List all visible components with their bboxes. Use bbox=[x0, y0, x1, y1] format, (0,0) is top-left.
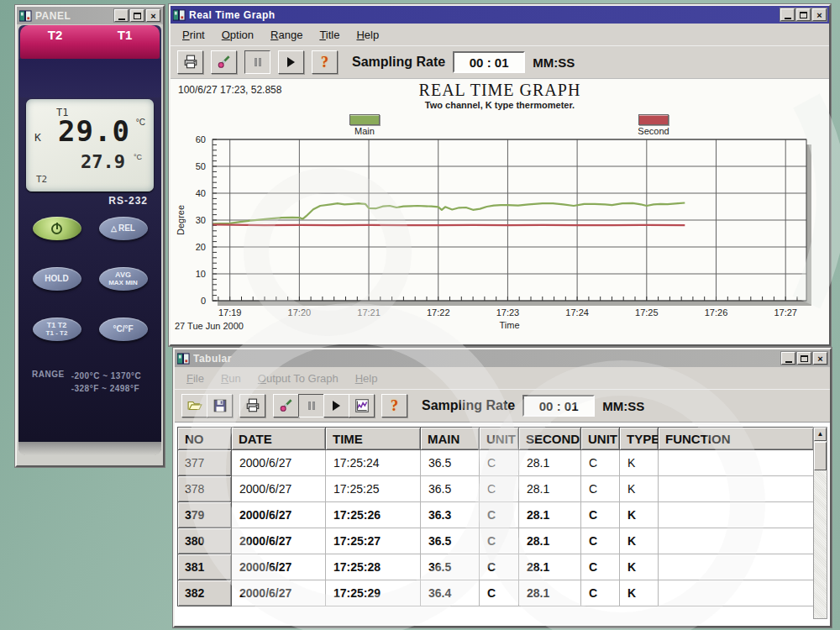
app-icon bbox=[173, 9, 186, 21]
column-header-unit[interactable]: UNIT bbox=[480, 428, 519, 450]
table-row[interactable]: 3792000/6/2717:25:2636.3C28.1CK bbox=[178, 502, 814, 528]
table-cell: 17:25:26 bbox=[326, 502, 421, 528]
tabular-toolbar: ? Sampling Rate MM:SS bbox=[175, 389, 830, 422]
table-cell: C bbox=[480, 554, 519, 580]
menu-file[interactable]: File bbox=[178, 370, 213, 387]
device-button-row-2: HOLD AVG MAX MIN bbox=[24, 267, 156, 291]
chart-icon bbox=[354, 398, 370, 413]
help-button[interactable]: ? bbox=[381, 394, 407, 417]
power-button[interactable] bbox=[33, 217, 81, 240]
vertical-scrollbar[interactable]: ▲ bbox=[813, 427, 827, 619]
table-row[interactable]: 3802000/6/2717:25:2736.5C28.1CK bbox=[178, 528, 814, 554]
table-cell: 36.5 bbox=[421, 528, 480, 554]
pause-icon bbox=[255, 58, 261, 66]
t1-t2-button[interactable]: T1 T2 T1 - T2 bbox=[33, 318, 81, 341]
menu-range[interactable]: Range bbox=[262, 26, 311, 44]
table-cell: 36.5 bbox=[421, 554, 480, 580]
graph-toolbar: ? Sampling Rate MM:SS bbox=[171, 45, 829, 78]
column-header-function[interactable]: FUNCTION bbox=[659, 428, 814, 450]
range-fahrenheit: -328°F ~ 2498°F bbox=[71, 384, 139, 393]
sampling-rate-input[interactable] bbox=[453, 51, 525, 73]
minimize-icon bbox=[785, 361, 792, 363]
column-header-no[interactable]: NO bbox=[178, 428, 232, 450]
menu-print[interactable]: Print bbox=[174, 26, 213, 44]
close-button[interactable]: × bbox=[812, 8, 827, 21]
scroll-up-button[interactable]: ▲ bbox=[814, 428, 827, 441]
avg-max-min-button[interactable]: AVG MAX MIN bbox=[99, 267, 148, 291]
menu-help[interactable]: Help bbox=[347, 370, 386, 387]
app-icon bbox=[19, 10, 32, 22]
sampling-rate-input[interactable] bbox=[522, 395, 595, 417]
table-cell: 17:25:27 bbox=[326, 528, 421, 554]
play-button[interactable] bbox=[323, 394, 349, 417]
maximize-button[interactable] bbox=[130, 9, 144, 22]
pause-button[interactable] bbox=[244, 50, 270, 74]
column-header-main[interactable]: MAIN bbox=[421, 428, 480, 450]
table-cell: C bbox=[480, 502, 519, 528]
panel-window: PANEL × T2 T1 T1 K 29.0 °C 27.9 bbox=[15, 5, 165, 467]
menu-run[interactable]: Run bbox=[213, 370, 249, 387]
help-icon: ? bbox=[321, 54, 328, 71]
save-button[interactable] bbox=[207, 394, 233, 417]
lcd-ch2-label: T2 bbox=[36, 174, 47, 185]
brush-icon bbox=[279, 398, 294, 413]
table-cell: C bbox=[581, 580, 620, 606]
graph-titlebar[interactable]: Real Time Graph × bbox=[171, 6, 829, 24]
table-row[interactable]: 3782000/6/2717:25:2536.5C28.1CK bbox=[178, 476, 814, 502]
minimize-button[interactable] bbox=[780, 8, 795, 21]
close-button[interactable]: × bbox=[146, 9, 160, 22]
column-header-unit[interactable]: UNIT bbox=[581, 428, 620, 450]
table-cell: C bbox=[581, 528, 620, 554]
pause-button[interactable] bbox=[298, 394, 324, 417]
minimize-icon bbox=[118, 18, 125, 20]
graph-view-button[interactable] bbox=[349, 394, 375, 417]
minimize-button[interactable] bbox=[114, 9, 129, 22]
table-cell: K bbox=[620, 528, 659, 554]
probe-jacks: T2 T1 bbox=[20, 25, 160, 59]
table-row[interactable]: 3812000/6/2717:25:2836.5C28.1CK bbox=[178, 554, 814, 580]
print-button[interactable] bbox=[177, 50, 203, 74]
svg-text:Time: Time bbox=[499, 320, 519, 330]
minimize-button[interactable] bbox=[781, 352, 795, 365]
menu-output-to-graph[interactable]: Output To Graph bbox=[249, 370, 347, 387]
maximize-button[interactable] bbox=[796, 8, 811, 21]
app-icon bbox=[177, 353, 190, 365]
svg-text:60: 60 bbox=[196, 134, 206, 144]
rel-button[interactable]: △REL bbox=[99, 217, 148, 240]
help-button[interactable]: ? bbox=[312, 50, 338, 74]
clear-brush-button[interactable] bbox=[273, 394, 299, 417]
scrollbar-thumb[interactable] bbox=[814, 442, 827, 470]
table-cell: 36.3 bbox=[421, 502, 480, 528]
print-button[interactable] bbox=[239, 394, 265, 417]
column-header-type[interactable]: TYPE bbox=[620, 428, 659, 450]
table-row[interactable]: 3822000/6/2717:25:2936.4C28.1CK bbox=[178, 580, 814, 606]
device-neck bbox=[18, 59, 161, 97]
range-celsius: -200°C ~ 1370°C bbox=[71, 371, 142, 381]
maximize-button[interactable] bbox=[797, 352, 811, 365]
svg-text:27 Tue Jun 2000: 27 Tue Jun 2000 bbox=[175, 321, 244, 331]
table-row[interactable]: 3772000/6/2717:25:2436.5C28.1CK bbox=[178, 450, 814, 476]
range-spec: RANGE -200°C ~ 1370°C -328°F ~ 2498°F bbox=[32, 370, 153, 395]
menu-help[interactable]: Help bbox=[348, 26, 387, 44]
column-header-second[interactable]: SECOND bbox=[519, 428, 581, 450]
play-button[interactable] bbox=[278, 50, 304, 74]
column-header-time[interactable]: TIME bbox=[326, 428, 421, 450]
menu-title[interactable]: Title bbox=[311, 26, 348, 44]
row-number-cell: 380 bbox=[178, 528, 232, 554]
close-button[interactable]: × bbox=[813, 352, 827, 365]
open-button[interactable] bbox=[181, 394, 207, 417]
table-cell: K bbox=[620, 476, 659, 502]
row-number-cell: 378 bbox=[178, 476, 232, 502]
data-table: NODATETIMEMAINUNITSECONDUNITTYPEFUNCTION… bbox=[177, 427, 814, 606]
hold-button[interactable]: HOLD bbox=[33, 267, 81, 291]
sampling-rate-label: Sampling Rate bbox=[422, 398, 515, 413]
column-header-date[interactable]: DATE bbox=[232, 428, 326, 450]
tabular-titlebar[interactable]: Tabular × bbox=[175, 349, 830, 367]
table-cell bbox=[659, 476, 814, 502]
celsius-fahrenheit-button[interactable]: °C/°F bbox=[99, 318, 148, 341]
clear-brush-button[interactable] bbox=[211, 50, 237, 74]
panel-titlebar[interactable]: PANEL × bbox=[17, 7, 163, 24]
printer-icon bbox=[183, 55, 198, 70]
table-cell: 2000/6/27 bbox=[232, 502, 326, 528]
menu-option[interactable]: Option bbox=[213, 26, 262, 44]
